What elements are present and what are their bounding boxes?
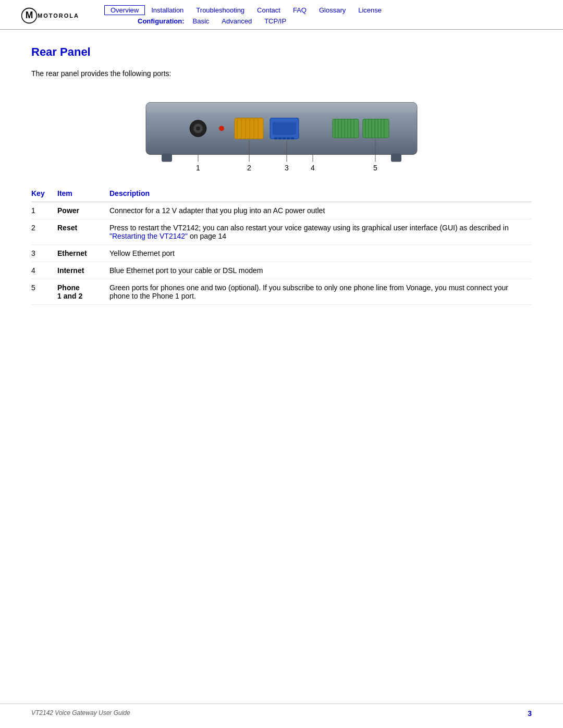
- nav-license[interactable]: License: [352, 5, 388, 15]
- row3-description: Yellow Ethernet port: [109, 245, 532, 262]
- table-row: 4 Internet Blue Ethernet port to your ca…: [31, 262, 532, 279]
- table-row: 3 Ethernet Yellow Ethernet port: [31, 245, 532, 262]
- page-title: Rear Panel: [31, 45, 532, 59]
- svg-text:3: 3: [285, 164, 289, 172]
- row5-description: Green ports for phones one and two (opti…: [109, 279, 532, 305]
- nav-links-wrapper: Overview Installation Troubleshooting Co…: [104, 5, 542, 26]
- svg-text:M: M: [26, 10, 33, 20]
- svg-rect-20: [278, 138, 282, 140]
- svg-text:4: 4: [311, 164, 315, 172]
- device-image: 1 2 3 4 5: [130, 88, 433, 182]
- row4-item: Internet: [57, 262, 109, 279]
- footer-page-number: 3: [528, 709, 532, 718]
- footer-document-title: VT2142 Voice Gateway User Guide: [31, 709, 130, 718]
- nav-troubleshooting[interactable]: Troubleshooting: [190, 5, 251, 15]
- table-row: 2 Reset Press to restart the VT2142; you…: [31, 219, 532, 245]
- row5-item: Phone1 and 2: [57, 279, 109, 305]
- restarting-link[interactable]: "Restarting the VT2142": [109, 232, 188, 240]
- row1-description: Connector for a 12 V adapter that you pl…: [109, 202, 532, 219]
- nav-installation[interactable]: Installation: [145, 5, 190, 15]
- svg-rect-18: [273, 122, 296, 135]
- svg-text:2: 2: [247, 164, 251, 172]
- table-header-row: Key Item Description: [31, 187, 532, 202]
- device-image-container: 1 2 3 4 5: [31, 88, 532, 182]
- row1-key: 1: [31, 202, 57, 219]
- row4-description: Blue Ethernet port to your cable or DSL …: [109, 262, 532, 279]
- nav-basic[interactable]: Basic: [187, 16, 216, 26]
- svg-rect-10: [235, 118, 263, 139]
- svg-rect-23: [291, 138, 294, 140]
- svg-rect-19: [274, 138, 277, 140]
- svg-rect-22: [287, 138, 290, 140]
- svg-rect-21: [283, 138, 286, 140]
- table-row: 1 Power Connector for a 12 V adapter tha…: [31, 202, 532, 219]
- svg-point-8: [196, 127, 200, 131]
- col-description-header: Description: [109, 187, 532, 202]
- nav-glossary[interactable]: Glossary: [313, 5, 352, 15]
- configuration-label: Configuration:: [136, 16, 187, 26]
- svg-point-9: [219, 126, 224, 131]
- svg-rect-4: [162, 154, 172, 162]
- row5-key: 5: [31, 279, 57, 305]
- svg-text:1: 1: [196, 164, 200, 172]
- nav-row-primary: Overview Installation Troubleshooting Co…: [104, 5, 542, 15]
- nav-overview[interactable]: Overview: [104, 5, 145, 15]
- row2-key: 2: [31, 219, 57, 245]
- nav-faq[interactable]: FAQ: [287, 5, 313, 15]
- nav-contact[interactable]: Contact: [251, 5, 287, 15]
- svg-rect-24: [333, 119, 359, 138]
- port-description-table: Key Item Description 1 Power Connector f…: [31, 187, 532, 305]
- intro-paragraph: The rear panel provides the following po…: [31, 69, 532, 78]
- motorola-logo-icon: M: [21, 7, 38, 24]
- row3-item: Ethernet: [57, 245, 109, 262]
- nav-advanced[interactable]: Advanced: [215, 16, 258, 26]
- svg-rect-32: [363, 119, 389, 138]
- row4-key: 4: [31, 262, 57, 279]
- row3-key: 3: [31, 245, 57, 262]
- main-content: Rear Panel The rear panel provides the f…: [0, 30, 563, 336]
- row2-description: Press to restart the VT2142; you can als…: [109, 219, 532, 245]
- page-footer: VT2142 Voice Gateway User Guide 3: [0, 704, 563, 718]
- svg-rect-5: [391, 154, 401, 162]
- nav-row-secondary: Configuration: Basic Advanced TCP/IP: [136, 16, 542, 26]
- svg-text:5: 5: [373, 164, 377, 172]
- col-item-header: Item: [57, 187, 109, 202]
- motorola-brand-text: MOTOROLA: [38, 13, 79, 19]
- navigation: M MOTOROLA Overview Installation Trouble…: [0, 0, 563, 30]
- col-key-header: Key: [31, 187, 57, 202]
- row1-item: Power: [57, 202, 109, 219]
- logo-area: M MOTOROLA: [21, 7, 89, 24]
- nav-tcpip[interactable]: TCP/IP: [258, 16, 292, 26]
- device-illustration-icon: 1 2 3 4 5: [130, 88, 433, 182]
- table-row: 5 Phone1 and 2 Green ports for phones on…: [31, 279, 532, 305]
- svg-rect-3: [146, 103, 417, 113]
- row2-item: Reset: [57, 219, 109, 245]
